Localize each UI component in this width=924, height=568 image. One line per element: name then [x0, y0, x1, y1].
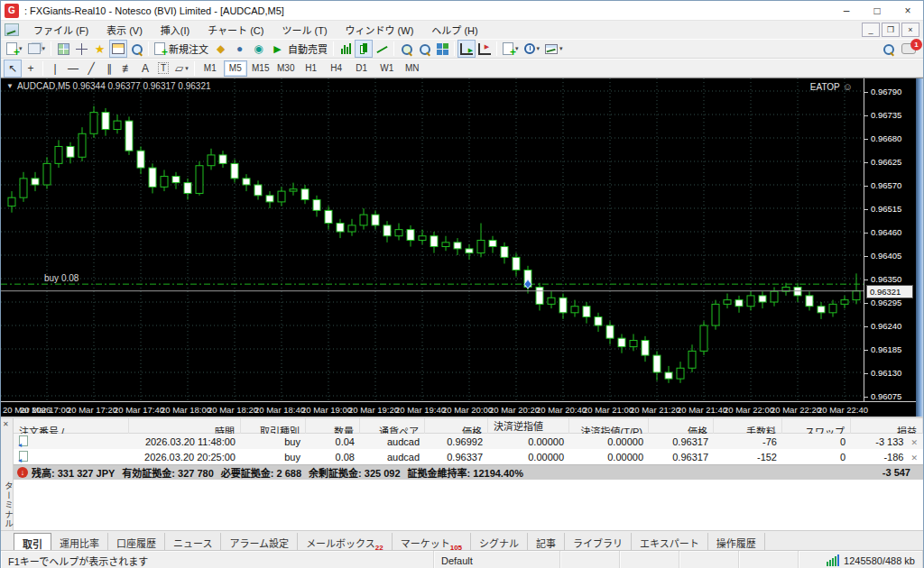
balance-item: 有効証拠金: 327 780 — [122, 465, 213, 480]
templates-button[interactable]: ▾ — [542, 40, 566, 58]
crosshair-button[interactable]: + — [22, 60, 40, 78]
price-tick-label: 0.96240 — [864, 321, 917, 331]
maximize-button[interactable]: □ — [862, 1, 892, 21]
title-bar: G : FXGiants-Real10 - Notesco (BVI) Limi… — [1, 1, 923, 21]
terminal-tab-取引[interactable]: 取引 — [14, 533, 51, 550]
fibonacci-button[interactable]: ≢ — [118, 60, 136, 78]
terminal-tab-ニュース[interactable]: ニュース — [165, 533, 221, 550]
timeframe-mn-button[interactable]: MN — [401, 60, 424, 77]
channel-button[interactable]: ∥ — [100, 60, 118, 78]
bar-chart-button[interactable] — [337, 40, 355, 58]
smiley-icon[interactable]: ☺ — [843, 81, 853, 92]
new-order-button[interactable]: 新規注文 — [152, 40, 211, 58]
minimize-button[interactable]: – — [831, 1, 862, 21]
time-tick-label: 20 Mar 20:40 — [536, 405, 587, 415]
dropdown-arrow-icon[interactable]: ▾ — [537, 45, 541, 52]
trendline-icon: ╱ — [88, 62, 94, 75]
terminal-tab-メールボックス[interactable]: メールボックス22 — [298, 533, 393, 550]
zoom-out-button[interactable] — [415, 40, 433, 58]
dropdown-arrow-icon[interactable]: ▾ — [42, 45, 46, 52]
horizontal-line-button[interactable]: — — [64, 60, 82, 78]
upload-button[interactable]: ● — [230, 40, 249, 58]
terminal-tab-運用比率[interactable]: 運用比率 — [51, 533, 108, 550]
chart-shift-button[interactable] — [476, 40, 494, 58]
timeframe-m1-button[interactable]: M1 — [199, 60, 222, 77]
price-axis: 0.967900.967350.966800.966250.965700.965… — [864, 78, 917, 401]
terminal-tab-ライブラリ[interactable]: ライブラリ — [565, 533, 632, 550]
new-chart-button[interactable]: ▾ — [4, 40, 25, 58]
timeframe-h4-button[interactable]: H4 — [325, 60, 348, 77]
periods-button[interactable]: ▾ — [522, 40, 543, 58]
close-position-icon[interactable]: ✕ — [910, 453, 918, 463]
menu-insert[interactable]: 挿入(I) — [152, 21, 199, 39]
order-row[interactable]: 2026.03.20 20:25:00buy0.08audcad0.963370… — [14, 449, 923, 464]
notifications-icon[interactable]: 1 — [901, 43, 916, 54]
candlestick-button[interactable] — [355, 40, 373, 58]
order-cell: 2026.03.20 20:25:00 — [129, 452, 241, 463]
text-label-button[interactable]: T — [154, 60, 172, 78]
tile-windows-button[interactable] — [433, 40, 451, 58]
menu-help[interactable]: ヘルプ (H) — [422, 21, 486, 39]
panel-close-icon[interactable]: ✕ — [3, 420, 9, 428]
dropdown-arrow-icon[interactable]: ▾ — [185, 65, 189, 72]
standard-toolbar: ▾ ▾ ★ 新規注文 ◆ ● ◉ ▶自動売買 ▾ ▾ ▾ 1 — [1, 39, 923, 59]
chart-area[interactable]: buy 0.08 0.967900.967350.966800.966250.9… — [1, 78, 923, 417]
timeframe-m15-button[interactable]: M15 — [249, 60, 273, 77]
terminal-tab-シグナル[interactable]: シグナル — [471, 533, 528, 550]
terminal-tab-エキスパート[interactable]: エキスパート — [632, 533, 708, 550]
timeframe-h1-button[interactable]: H1 — [300, 60, 323, 77]
order-row[interactable]: 2026.03.20 11:48:00buy0.04audcad0.969920… — [14, 434, 923, 449]
text-button[interactable]: A — [136, 60, 154, 78]
traffic-text: 1245580/488 kb — [844, 555, 915, 566]
zoom-in-button[interactable] — [397, 40, 415, 58]
vertical-line-button[interactable]: | — [46, 60, 64, 78]
trendline-button[interactable]: ╱ — [82, 60, 100, 78]
close-button[interactable]: × — [892, 1, 923, 21]
timeframe-d1-button[interactable]: D1 — [350, 60, 374, 77]
profiles-button[interactable]: ▾ — [25, 40, 49, 58]
signals-button[interactable]: ◉ — [249, 40, 268, 58]
timeframe-m5-button[interactable]: M5 — [224, 60, 247, 77]
dropdown-arrow-icon[interactable]: ▾ — [559, 45, 563, 52]
data-window-button[interactable] — [72, 40, 90, 58]
market-watch-button[interactable] — [54, 40, 72, 58]
menu-file[interactable]: ファイル (F) — [24, 21, 97, 39]
menu-charts[interactable]: チャート (C) — [199, 21, 273, 39]
menu-window[interactable]: ウィンドウ (W) — [337, 21, 423, 39]
terminal-tab-アラーム設定[interactable]: アラーム設定 — [221, 533, 298, 550]
candlestick-chart[interactable]: buy 0.08 — [1, 78, 864, 401]
order-cell: 0.08 — [306, 452, 360, 463]
cursor-button[interactable]: ↖ — [4, 60, 22, 78]
terminal-button[interactable] — [109, 40, 127, 58]
auto-trading-button[interactable]: ▶自動売買 — [268, 40, 330, 58]
menu-tools[interactable]: ツール (T) — [273, 21, 336, 39]
terminal-tab-マーケット[interactable]: マーケット105 — [393, 533, 471, 550]
line-chart-button[interactable] — [373, 40, 391, 58]
status-profile[interactable]: Default — [434, 551, 560, 568]
search-icon[interactable] — [882, 43, 894, 55]
strategy-tester-button[interactable] — [127, 40, 145, 58]
timeframe-m30-button[interactable]: M30 — [274, 60, 298, 77]
order-cell: 0 — [782, 436, 851, 447]
channel-icon: ∥ — [106, 62, 112, 75]
price-tick-label: 0.96075 — [864, 391, 917, 401]
vertical-line-icon: | — [53, 62, 56, 75]
navigator-button[interactable]: ★ — [90, 40, 109, 58]
text-label-icon: T — [158, 62, 169, 74]
mdi-minimize-button[interactable]: _ — [862, 23, 880, 37]
timeframe-w1-button[interactable]: W1 — [375, 60, 399, 77]
indicators-button[interactable]: ▾ — [500, 40, 522, 58]
terminal-tab-口座履歴[interactable]: 口座履歴 — [108, 533, 165, 550]
close-position-icon[interactable]: ✕ — [910, 438, 918, 447]
app-icon: G — [5, 4, 19, 18]
auto-scroll-button[interactable] — [457, 40, 476, 58]
menu-view[interactable]: 表示 (V) — [97, 21, 152, 39]
terminal-tab-操作履歴[interactable]: 操作履歴 — [708, 533, 765, 550]
mdi-restore-button[interactable]: ❐ — [882, 23, 900, 37]
arrows-button[interactable]: ▱▾ — [172, 60, 191, 78]
chevron-down-icon[interactable]: ▼ — [6, 82, 14, 90]
mdi-close-button[interactable]: × — [901, 23, 919, 37]
terminal-tab-記事[interactable]: 記事 — [528, 533, 565, 550]
terminal-vertical-label[interactable]: ターミナル — [2, 481, 14, 529]
metaeditor-button[interactable]: ◆ — [211, 40, 230, 58]
